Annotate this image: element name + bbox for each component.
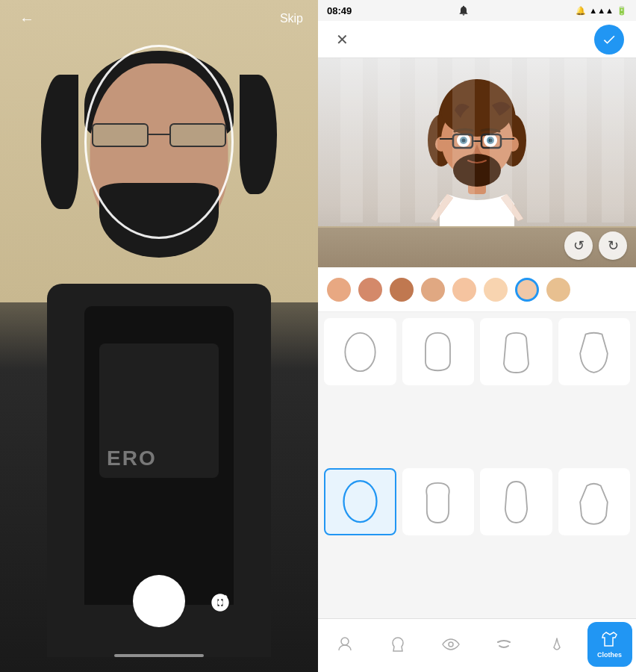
camera-top-bar: ← Skip	[0, 0, 318, 37]
face-option-5-selected[interactable]	[324, 468, 396, 535]
svg-point-21	[345, 333, 375, 371]
wall-stripe-3	[415, 58, 437, 223]
wall-stripe-7	[564, 58, 587, 223]
face-option-4[interactable]	[558, 318, 631, 385]
face-option-3[interactable]	[480, 318, 552, 385]
svg-point-22	[343, 481, 376, 522]
color-option-6[interactable]	[484, 278, 508, 302]
face-option-8[interactable]	[558, 468, 631, 535]
back-button[interactable]: ←	[15, 7, 39, 31]
redo-button[interactable]: ↻	[599, 231, 627, 260]
notification-icon	[456, 5, 471, 16]
status-bar: 08:49 🔔 ▲▲▲ 🔋	[318, 0, 636, 21]
face-option-1[interactable]	[324, 318, 396, 385]
bottom-nav: Clothes	[318, 618, 636, 672]
confirm-button[interactable]	[594, 25, 624, 55]
face-option-6[interactable]	[402, 468, 475, 535]
skip-button[interactable]: Skip	[280, 12, 303, 25]
face-option-2[interactable]	[402, 318, 475, 385]
wall-stripe-5	[490, 58, 512, 223]
camera-panel: ERO ← Skip	[0, 0, 318, 672]
undo-button[interactable]: ↺	[564, 231, 593, 260]
bottom-indicator	[114, 654, 204, 657]
wall-stripe-4	[452, 58, 475, 223]
color-option-8[interactable]	[546, 278, 570, 302]
editor-topbar: ✕	[318, 21, 636, 58]
face-outline	[84, 45, 234, 239]
nav-clothes-label: Clothes	[597, 651, 622, 659]
color-option-3[interactable]	[390, 278, 414, 302]
status-time: 08:49	[327, 5, 352, 16]
face-shape-grid	[318, 312, 636, 618]
editor-panel: 08:49 🔔 ▲▲▲ 🔋 ✕	[318, 0, 636, 672]
capture-button[interactable]	[133, 575, 185, 627]
color-selection-row	[318, 267, 636, 312]
color-option-5[interactable]	[452, 278, 476, 302]
color-option-2[interactable]	[358, 278, 382, 302]
nav-hair[interactable]	[375, 622, 420, 667]
svg-point-0	[217, 600, 222, 606]
nav-brow[interactable]	[481, 622, 526, 667]
color-option-1[interactable]	[327, 278, 351, 302]
svg-point-24	[449, 642, 453, 647]
svg-point-23	[341, 638, 349, 645]
hair-left	[41, 75, 78, 209]
wall-stripe-6	[527, 58, 549, 223]
nav-face[interactable]	[322, 622, 367, 667]
wall-stripe-1	[340, 58, 363, 223]
undo-redo-controls: ↺ ↻	[564, 231, 627, 260]
color-option-7-selected[interactable]	[515, 278, 539, 302]
color-option-4[interactable]	[421, 278, 445, 302]
close-button[interactable]: ✕	[330, 28, 354, 52]
nav-eyes[interactable]	[428, 622, 473, 667]
avatar-display: ↺ ↻	[318, 58, 636, 267]
wall-stripe-8	[602, 58, 624, 223]
camera-flip-button[interactable]	[207, 589, 234, 616]
status-icons: 🔔 ▲▲▲ 🔋	[576, 6, 627, 16]
wall-stripe-2	[378, 58, 400, 223]
nav-nose[interactable]	[534, 622, 579, 667]
nav-clothes[interactable]: Clothes	[587, 622, 632, 667]
face-option-7[interactable]	[480, 468, 552, 535]
hair-right	[240, 75, 277, 194]
